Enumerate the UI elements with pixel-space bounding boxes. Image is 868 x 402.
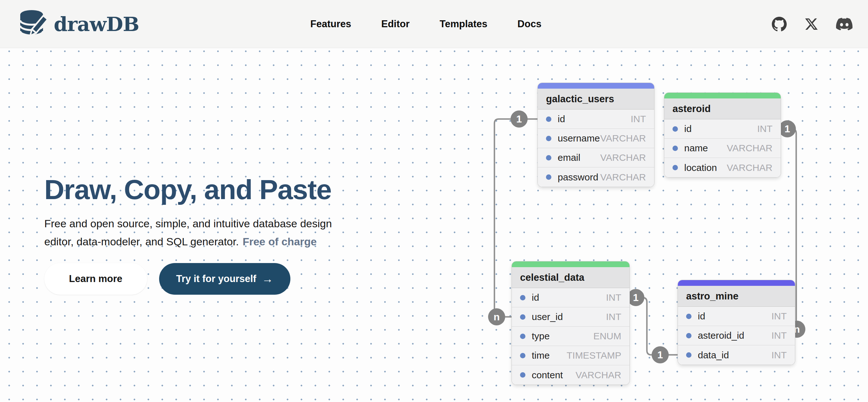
table-title: celestial_data	[512, 267, 629, 288]
field-dot-icon	[673, 165, 678, 170]
svg-text:1: 1	[657, 349, 663, 361]
x-twitter-icon[interactable]	[804, 17, 818, 31]
field-type: INT	[772, 350, 795, 361]
field-name: email	[558, 152, 600, 163]
field-dot-icon	[686, 314, 691, 319]
table-accent-bar	[538, 83, 654, 89]
field-type: VARCHAR	[727, 162, 781, 173]
field-dot-icon	[520, 353, 525, 358]
cardinality-badge: 1	[510, 111, 528, 127]
table-galactic-users: galactic_users id INT username VARCHAR e…	[538, 83, 654, 187]
field-name: id	[684, 123, 757, 134]
relationship-line-celestial-astromine	[629, 297, 678, 355]
table-celestial-data: celestial_data id INT user_id INT type E…	[512, 261, 629, 384]
field-type: ENUM	[593, 331, 629, 342]
hero-canvas: 1 n 1 n 1 1 Draw, Copy,	[0, 48, 868, 402]
table-title: galactic_users	[538, 89, 654, 110]
nav-link-editor[interactable]: Editor	[381, 18, 410, 30]
cardinality-badge: 1	[627, 289, 644, 306]
nav-link-docs[interactable]: Docs	[518, 18, 541, 30]
table-row: email VARCHAR	[538, 148, 654, 168]
drawdb-database-pencil-icon	[18, 8, 51, 40]
field-dot-icon	[546, 174, 551, 180]
table-row: user_id INT	[512, 307, 629, 327]
discord-icon[interactable]	[836, 16, 852, 32]
table-row: id INT	[538, 110, 654, 129]
table-row: id INT	[512, 288, 629, 307]
field-type: INT	[606, 312, 629, 322]
table-row: password VARCHAR	[538, 168, 654, 187]
field-name: name	[684, 143, 727, 153]
navbar: drawDB Features Editor Templates Docs	[0, 0, 868, 48]
field-dot-icon	[546, 116, 551, 122]
field-dot-icon	[520, 314, 525, 320]
github-icon[interactable]	[772, 17, 787, 32]
field-name: time	[532, 350, 566, 361]
cardinality-badge: 1	[652, 346, 669, 363]
field-type: VARCHAR	[727, 143, 781, 153]
field-type: INT	[606, 292, 629, 303]
field-type: VARCHAR	[576, 370, 629, 380]
field-dot-icon	[673, 126, 678, 132]
field-name: id	[558, 114, 631, 124]
field-name: user_id	[532, 312, 606, 322]
field-type: VARCHAR	[600, 172, 654, 183]
field-dot-icon	[520, 334, 525, 339]
field-name: data_id	[698, 350, 772, 361]
field-type: INT	[772, 330, 795, 341]
svg-text:1: 1	[784, 123, 790, 135]
field-dot-icon	[546, 136, 551, 141]
field-type: VARCHAR	[600, 152, 654, 163]
table-accent-bar	[664, 93, 781, 98]
field-name: location	[684, 162, 727, 173]
nav-link-features[interactable]: Features	[310, 18, 351, 30]
table-accent-bar	[678, 280, 795, 286]
table-title: asteroid	[664, 98, 781, 119]
field-type: INT	[631, 114, 654, 124]
table-row: asteroid_id INT	[678, 326, 795, 345]
svg-text:1: 1	[516, 113, 522, 125]
field-dot-icon	[546, 155, 551, 161]
nav-link-templates[interactable]: Templates	[440, 18, 488, 30]
table-row: content VARCHAR	[512, 365, 629, 384]
drawdb-landing-page: drawDB Features Editor Templates Docs	[0, 0, 868, 402]
brand-logo[interactable]: drawDB	[18, 8, 139, 40]
field-dot-icon	[520, 372, 525, 378]
social-links	[772, 0, 852, 48]
field-name: type	[532, 331, 593, 342]
svg-text:n: n	[493, 311, 500, 322]
field-dot-icon	[686, 333, 691, 338]
field-type: TIMESTAMP	[566, 350, 629, 361]
table-row: time TIMESTAMP	[512, 346, 629, 365]
field-type: VARCHAR	[600, 133, 654, 144]
cardinality-badge: n	[488, 308, 505, 325]
field-name: asteroid_id	[698, 330, 772, 341]
svg-text:1: 1	[633, 292, 639, 303]
field-name: id	[698, 311, 772, 322]
field-type: INT	[757, 123, 781, 134]
field-name: username	[558, 133, 600, 144]
field-name: content	[532, 370, 576, 380]
table-row: username VARCHAR	[538, 129, 654, 148]
table-title: astro_mine	[678, 286, 795, 307]
table-row: type ENUM	[512, 327, 629, 346]
field-dot-icon	[520, 295, 525, 300]
table-astro-mine: astro_mine id INT asteroid_id INT data_i…	[678, 280, 795, 365]
table-row: name VARCHAR	[664, 139, 781, 158]
field-name: id	[532, 292, 606, 303]
field-dot-icon	[673, 146, 678, 151]
table-row: id INT	[664, 119, 781, 139]
field-dot-icon	[686, 352, 691, 358]
field-type: INT	[772, 311, 795, 322]
cardinality-badge: 1	[779, 120, 796, 137]
table-asteroid: asteroid id INT name VARCHAR location VA…	[664, 93, 781, 177]
table-row: data_id INT	[678, 345, 795, 365]
table-row: id INT	[678, 307, 795, 326]
table-row: location VARCHAR	[664, 158, 781, 177]
nav-links: Features Editor Templates Docs	[310, 0, 541, 48]
table-accent-bar	[512, 261, 629, 267]
field-name: password	[558, 172, 600, 183]
brand-name: drawDB	[54, 13, 139, 36]
